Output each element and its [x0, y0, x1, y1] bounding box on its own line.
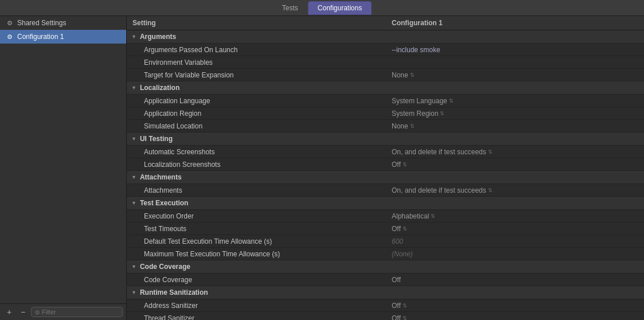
value-text: On, and delete if test succeeds [392, 186, 486, 194]
setting-label: Simulated Location [144, 122, 392, 130]
value-text: None [392, 122, 408, 130]
setting-value[interactable]: Off⇅ [392, 161, 638, 169]
section-label: Runtime Sanitization [140, 288, 208, 296]
stepper-icon[interactable]: ⇅ [403, 303, 407, 309]
stepper-icon[interactable]: ⇅ [410, 72, 415, 78]
sidebar-toolbar: + − ⊙ [0, 303, 126, 320]
setting-label: Environment Variables [144, 58, 392, 67]
section-label: Test Execution [140, 199, 188, 207]
section-runtime-sanitization[interactable]: ▼Runtime Sanitization [127, 286, 644, 299]
content-area: Setting Configuration 1 ▼ArgumentsArgume… [127, 16, 644, 320]
value-text: System Region [392, 110, 438, 118]
value-text: Alphabetical [392, 212, 429, 220]
gear-icon: ⚙ [6, 19, 14, 27]
gear-icon: ⚙ [6, 33, 14, 41]
add-button[interactable]: + [3, 306, 15, 318]
section-label: Arguments [140, 33, 176, 41]
stepper-icon[interactable]: ⇅ [403, 226, 407, 232]
section-label: Localization [140, 84, 179, 92]
stepper-icon[interactable]: ⇅ [488, 188, 493, 193]
tab-configurations[interactable]: Configurations [308, 1, 372, 15]
filter-input[interactable] [42, 309, 119, 315]
setting-value[interactable]: On, and delete if test succeeds⇅ [392, 148, 638, 156]
setting-value[interactable]: System Language⇅ [392, 97, 638, 105]
setting-value[interactable]: System Region⇅ [392, 110, 638, 118]
setting-label: Maximum Test Execution Time Allowance (s… [144, 250, 392, 258]
value-text: System Language [392, 97, 447, 105]
sidebar-item-shared-settings[interactable]: ⚙ Shared Settings [0, 16, 126, 30]
setting-label: Application Language [144, 97, 392, 105]
collapse-arrow: ▼ [131, 136, 136, 142]
table-row: Arguments Passed On Launch--include smok… [127, 44, 644, 56]
value-text: --include smoke [392, 46, 440, 54]
value-text: Off [392, 276, 401, 284]
sidebar: ⚙ Shared Settings ⚙ Configuration 1 + − … [0, 16, 127, 320]
table-row: Simulated LocationNone⇅ [127, 120, 644, 132]
setting-label: Target for Variable Expansion [144, 71, 392, 79]
section-attachments[interactable]: ▼Attachments [127, 171, 644, 184]
section-localization[interactable]: ▼Localization [127, 81, 644, 95]
tab-tests[interactable]: Tests [272, 1, 308, 15]
table-row: Environment Variables [127, 56, 644, 69]
table-row: AttachmentsOn, and delete if test succee… [127, 184, 644, 197]
setting-value: 600 [392, 237, 638, 245]
filter-icon: ⊙ [35, 309, 40, 315]
value-text: Off [392, 314, 401, 321]
section-label: Code Coverage [140, 263, 190, 271]
section-arguments[interactable]: ▼Arguments [127, 30, 644, 44]
setting-value: Off [392, 276, 638, 284]
main-container: ⚙ Shared Settings ⚙ Configuration 1 + − … [0, 16, 644, 320]
setting-label: Arguments Passed On Launch [144, 46, 392, 54]
stepper-icon[interactable]: ⇅ [410, 123, 415, 129]
table-row: Automatic ScreenshotsOn, and delete if t… [127, 146, 644, 158]
section-code-coverage[interactable]: ▼Code Coverage [127, 260, 644, 274]
stepper-icon[interactable]: ⇅ [488, 149, 493, 155]
setting-label: Default Test Execution Time Allowance (s… [144, 237, 392, 245]
value-text: Off [392, 302, 401, 310]
value-text: Off [392, 225, 401, 233]
setting-value[interactable]: None⇅ [392, 122, 638, 130]
setting-value[interactable]: Off⇅ [392, 302, 638, 310]
sidebar-item-configuration-1[interactable]: ⚙ Configuration 1 [0, 30, 126, 44]
setting-label: Attachments [144, 186, 392, 194]
table-row: Code CoverageOff [127, 274, 644, 286]
table-row: Target for Variable ExpansionNone⇅ [127, 69, 644, 81]
setting-label: Automatic Screenshots [144, 148, 392, 156]
sections-container: ▼ArgumentsArguments Passed On Launch--in… [127, 30, 644, 320]
table-row: Thread SanitizerOff⇅ [127, 312, 644, 320]
stepper-icon[interactable]: ⇅ [403, 315, 407, 321]
table-header: Setting Configuration 1 [127, 16, 644, 30]
setting-label: Localization Screenshots [144, 161, 392, 169]
value-text: None [392, 71, 408, 79]
table-row: Application RegionSystem Region⇅ [127, 107, 644, 120]
collapse-arrow: ▼ [131, 34, 136, 40]
setting-label: Code Coverage [144, 276, 392, 284]
collapse-arrow: ▼ [131, 174, 136, 180]
section-ui-testing[interactable]: ▼UI Testing [127, 132, 644, 146]
value-text: On, and delete if test succeeds [392, 148, 486, 156]
stepper-icon[interactable]: ⇅ [440, 111, 444, 116]
stepper-icon[interactable]: ⇅ [403, 162, 407, 167]
stepper-icon[interactable]: ⇅ [431, 213, 435, 219]
collapse-arrow: ▼ [131, 290, 136, 295]
collapse-arrow: ▼ [131, 85, 136, 91]
setting-value[interactable]: Off⇅ [392, 314, 638, 321]
value-text: Off [392, 161, 401, 169]
setting-label: Test Timeouts [144, 225, 392, 233]
setting-value: (None) [392, 250, 638, 258]
setting-value[interactable]: On, and delete if test succeeds⇅ [392, 186, 638, 194]
setting-value: --include smoke [392, 46, 638, 54]
value-text: (None) [392, 250, 413, 258]
setting-value[interactable]: None⇅ [392, 71, 638, 79]
collapse-arrow: ▼ [131, 200, 136, 206]
setting-value[interactable]: Alphabetical⇅ [392, 212, 638, 220]
tab-bar: Tests Configurations [0, 0, 644, 16]
section-test-execution[interactable]: ▼Test Execution [127, 197, 644, 210]
stepper-icon[interactable]: ⇅ [449, 98, 454, 104]
remove-button[interactable]: − [17, 306, 29, 318]
table-row: Execution OrderAlphabetical⇅ [127, 210, 644, 223]
setting-label: Application Region [144, 110, 392, 118]
setting-label: Address Sanitizer [144, 302, 392, 310]
section-label: UI Testing [140, 135, 173, 143]
setting-value[interactable]: Off⇅ [392, 225, 638, 233]
